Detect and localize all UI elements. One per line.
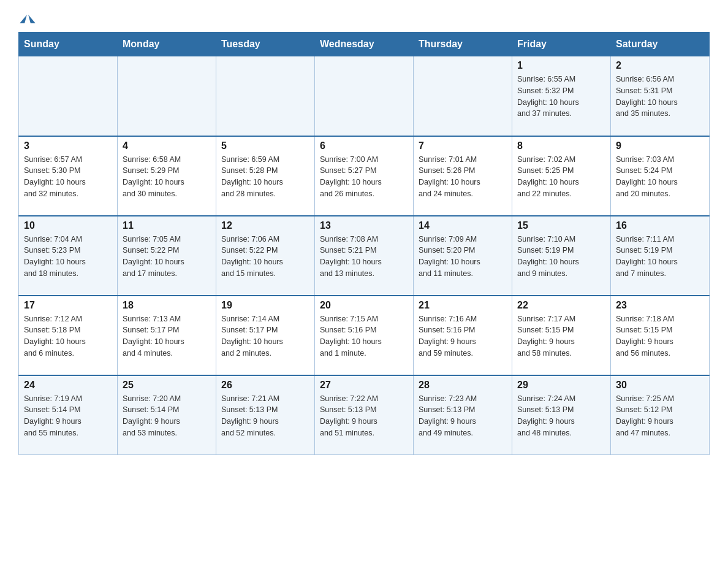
header [18,12,710,26]
calendar-day-cell: 8Sunrise: 7:02 AM Sunset: 5:25 PM Daylig… [512,136,611,216]
day-number: 20 [320,300,408,311]
calendar-day-cell [118,56,216,136]
calendar-day-cell: 14Sunrise: 7:09 AM Sunset: 5:20 PM Dayli… [414,216,512,296]
day-info: Sunrise: 7:18 AM Sunset: 5:15 PM Dayligh… [616,313,704,359]
calendar-day-header: Sunday [19,33,118,56]
calendar-day-cell: 28Sunrise: 7:23 AM Sunset: 5:13 PM Dayli… [414,375,512,455]
calendar-day-cell [414,56,512,136]
day-number: 7 [419,140,507,151]
day-info: Sunrise: 7:16 AM Sunset: 5:16 PM Dayligh… [419,313,507,359]
day-number: 25 [123,380,211,391]
day-number: 24 [24,380,112,391]
calendar: SundayMondayTuesdayWednesdayThursdayFrid… [18,32,710,455]
day-info: Sunrise: 7:20 AM Sunset: 5:14 PM Dayligh… [123,393,211,439]
day-number: 12 [221,220,309,231]
day-number: 11 [123,220,211,231]
day-number: 3 [24,140,112,151]
calendar-day-cell: 29Sunrise: 7:24 AM Sunset: 5:13 PM Dayli… [512,375,611,455]
calendar-day-cell: 15Sunrise: 7:10 AM Sunset: 5:19 PM Dayli… [512,216,611,296]
day-number: 21 [419,300,507,311]
calendar-day-header: Friday [512,33,611,56]
calendar-day-cell: 10Sunrise: 7:04 AM Sunset: 5:23 PM Dayli… [19,216,118,296]
day-number: 2 [616,60,704,71]
calendar-header-row: SundayMondayTuesdayWednesdayThursdayFrid… [19,33,710,56]
calendar-day-cell: 20Sunrise: 7:15 AM Sunset: 5:16 PM Dayli… [315,296,414,375]
day-number: 16 [616,220,704,231]
calendar-day-cell: 11Sunrise: 7:05 AM Sunset: 5:22 PM Dayli… [118,216,216,296]
day-info: Sunrise: 6:57 AM Sunset: 5:30 PM Dayligh… [24,154,112,200]
calendar-day-header: Saturday [611,33,710,56]
calendar-day-cell: 17Sunrise: 7:12 AM Sunset: 5:18 PM Dayli… [19,296,118,375]
calendar-day-cell: 26Sunrise: 7:21 AM Sunset: 5:13 PM Dayli… [216,375,315,455]
calendar-day-cell: 23Sunrise: 7:18 AM Sunset: 5:15 PM Dayli… [611,296,710,375]
day-info: Sunrise: 7:23 AM Sunset: 5:13 PM Dayligh… [419,393,507,439]
day-info: Sunrise: 7:12 AM Sunset: 5:18 PM Dayligh… [24,313,112,359]
calendar-day-header: Monday [118,33,216,56]
day-info: Sunrise: 7:08 AM Sunset: 5:21 PM Dayligh… [320,234,408,280]
calendar-day-cell: 12Sunrise: 7:06 AM Sunset: 5:22 PM Dayli… [216,216,315,296]
day-number: 9 [616,140,704,151]
calendar-day-cell: 27Sunrise: 7:22 AM Sunset: 5:13 PM Dayli… [315,375,414,455]
day-info: Sunrise: 6:59 AM Sunset: 5:28 PM Dayligh… [221,154,309,200]
day-number: 6 [320,140,408,151]
calendar-day-cell: 22Sunrise: 7:17 AM Sunset: 5:15 PM Dayli… [512,296,611,375]
day-info: Sunrise: 6:58 AM Sunset: 5:29 PM Dayligh… [123,154,211,200]
calendar-day-cell: 3Sunrise: 6:57 AM Sunset: 5:30 PM Daylig… [19,136,118,216]
calendar-day-cell: 19Sunrise: 7:14 AM Sunset: 5:17 PM Dayli… [216,296,315,375]
calendar-day-cell [19,56,118,136]
day-info: Sunrise: 7:02 AM Sunset: 5:25 PM Dayligh… [517,154,605,200]
calendar-day-cell: 21Sunrise: 7:16 AM Sunset: 5:16 PM Dayli… [414,296,512,375]
day-info: Sunrise: 7:14 AM Sunset: 5:17 PM Dayligh… [221,313,309,359]
day-number: 23 [616,300,704,311]
calendar-day-cell: 16Sunrise: 7:11 AM Sunset: 5:19 PM Dayli… [611,216,710,296]
calendar-day-header: Tuesday [216,33,315,56]
calendar-day-cell: 30Sunrise: 7:25 AM Sunset: 5:12 PM Dayli… [611,375,710,455]
day-info: Sunrise: 7:21 AM Sunset: 5:13 PM Dayligh… [221,393,309,439]
calendar-day-cell: 6Sunrise: 7:00 AM Sunset: 5:27 PM Daylig… [315,136,414,216]
day-info: Sunrise: 7:13 AM Sunset: 5:17 PM Dayligh… [123,313,211,359]
day-info: Sunrise: 7:22 AM Sunset: 5:13 PM Dayligh… [320,393,408,439]
day-number: 8 [517,140,605,151]
day-number: 5 [221,140,309,151]
calendar-day-header: Thursday [414,33,512,56]
day-number: 26 [221,380,309,391]
calendar-week-row: 3Sunrise: 6:57 AM Sunset: 5:30 PM Daylig… [19,136,710,216]
day-info: Sunrise: 7:25 AM Sunset: 5:12 PM Dayligh… [616,393,704,439]
logo [18,12,34,26]
calendar-day-cell: 13Sunrise: 7:08 AM Sunset: 5:21 PM Dayli… [315,216,414,296]
calendar-week-row: 1Sunrise: 6:55 AM Sunset: 5:32 PM Daylig… [19,56,710,136]
calendar-week-row: 24Sunrise: 7:19 AM Sunset: 5:14 PM Dayli… [19,375,710,455]
day-info: Sunrise: 7:11 AM Sunset: 5:19 PM Dayligh… [616,234,704,280]
day-info: Sunrise: 7:06 AM Sunset: 5:22 PM Dayligh… [221,234,309,280]
day-number: 14 [419,220,507,231]
calendar-day-cell: 7Sunrise: 7:01 AM Sunset: 5:26 PM Daylig… [414,136,512,216]
calendar-day-cell: 24Sunrise: 7:19 AM Sunset: 5:14 PM Dayli… [19,375,118,455]
calendar-week-row: 10Sunrise: 7:04 AM Sunset: 5:23 PM Dayli… [19,216,710,296]
calendar-day-cell: 5Sunrise: 6:59 AM Sunset: 5:28 PM Daylig… [216,136,315,216]
day-info: Sunrise: 7:10 AM Sunset: 5:19 PM Dayligh… [517,234,605,280]
calendar-day-cell: 1Sunrise: 6:55 AM Sunset: 5:32 PM Daylig… [512,56,611,136]
day-info: Sunrise: 7:19 AM Sunset: 5:14 PM Dayligh… [24,393,112,439]
day-info: Sunrise: 6:55 AM Sunset: 5:32 PM Dayligh… [517,74,605,120]
day-number: 13 [320,220,408,231]
day-number: 28 [419,380,507,391]
day-info: Sunrise: 7:00 AM Sunset: 5:27 PM Dayligh… [320,154,408,200]
day-number: 30 [616,380,704,391]
day-number: 1 [517,60,605,71]
day-info: Sunrise: 7:04 AM Sunset: 5:23 PM Dayligh… [24,234,112,280]
calendar-day-cell: 25Sunrise: 7:20 AM Sunset: 5:14 PM Dayli… [118,375,216,455]
calendar-week-row: 17Sunrise: 7:12 AM Sunset: 5:18 PM Dayli… [19,296,710,375]
calendar-day-cell: 2Sunrise: 6:56 AM Sunset: 5:31 PM Daylig… [611,56,710,136]
day-info: Sunrise: 7:17 AM Sunset: 5:15 PM Dayligh… [517,313,605,359]
day-info: Sunrise: 7:03 AM Sunset: 5:24 PM Dayligh… [616,154,704,200]
calendar-day-cell [315,56,414,136]
day-number: 17 [24,300,112,311]
day-info: Sunrise: 7:05 AM Sunset: 5:22 PM Dayligh… [123,234,211,280]
day-info: Sunrise: 7:01 AM Sunset: 5:26 PM Dayligh… [419,154,507,200]
day-number: 15 [517,220,605,231]
day-number: 19 [221,300,309,311]
day-info: Sunrise: 7:09 AM Sunset: 5:20 PM Dayligh… [419,234,507,280]
day-number: 18 [123,300,211,311]
day-info: Sunrise: 6:56 AM Sunset: 5:31 PM Dayligh… [616,74,704,120]
calendar-day-cell: 9Sunrise: 7:03 AM Sunset: 5:24 PM Daylig… [611,136,710,216]
